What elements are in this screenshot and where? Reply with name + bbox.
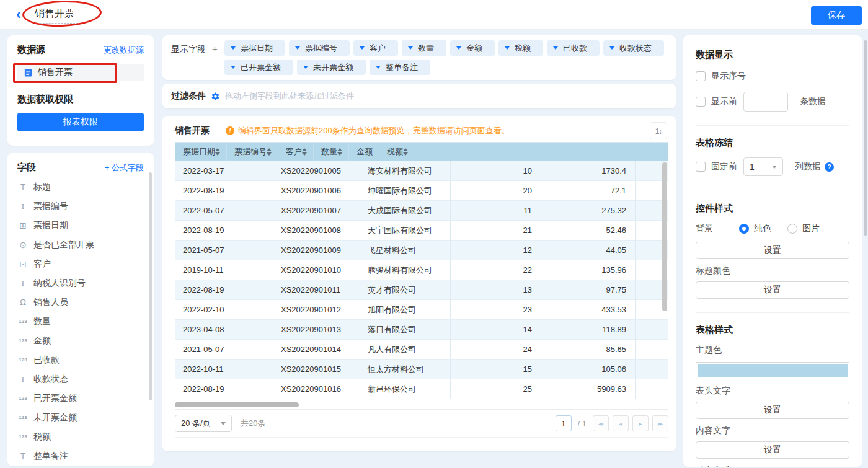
field-item[interactable]: 票据日期 (17, 216, 144, 235)
image-radio[interactable] (787, 224, 797, 234)
column-header[interactable]: 票据编号 (227, 143, 278, 161)
table-row[interactable]: 2021-05-07 XS20220901009 飞星材料公司 12 44.05 (175, 240, 668, 260)
table-row[interactable]: 2022-02-10 XS20220901012 旭阳有限公司 23 433.5… (175, 299, 668, 319)
cell-date: 2022-02-10 (175, 300, 273, 319)
field-item[interactable]: 销售人员 (17, 293, 144, 312)
add-formula-field-link[interactable]: + 公式字段 (105, 162, 144, 174)
field-item[interactable]: 收款状态 (17, 369, 144, 389)
filter-bar[interactable]: 过滤条件 拖动左侧字段到此处来添加过滤条件 (162, 84, 676, 108)
cell-invoice-no: XS20220901011 (273, 280, 360, 299)
previous-page-button[interactable] (613, 415, 629, 431)
field-item[interactable]: 整单备注 (17, 446, 144, 466)
cell-invoice-no: XS20220901005 (273, 161, 360, 180)
display-field-chip[interactable]: 数量 (402, 40, 446, 56)
sort-carets-icon[interactable] (302, 148, 307, 156)
field-item[interactable]: 税额 (17, 427, 144, 446)
row-order-button[interactable] (650, 122, 667, 139)
gear-icon[interactable] (211, 92, 220, 101)
current-page-input[interactable]: 1 (556, 415, 572, 431)
column-header[interactable]: 票据日期 (175, 143, 227, 161)
theme-color-swatch[interactable] (696, 362, 849, 379)
field-item[interactable]: 标题 (17, 177, 144, 196)
chevron-down-icon (295, 46, 300, 50)
content-text-set-button[interactable]: 设置 (696, 441, 849, 459)
datasource-item[interactable]: 销售开票 (17, 64, 144, 81)
display-field-chip[interactable]: 金额 (450, 40, 495, 56)
field-item[interactable]: 客户 (17, 254, 144, 273)
table-row[interactable]: 2022-08-19 XS20220901008 天宇国际有限公司 21 52.… (175, 220, 668, 240)
display-field-chip[interactable]: 整单备注 (370, 60, 430, 75)
first-page-button[interactable] (593, 415, 609, 431)
fix-columns-count-select[interactable]: 1 (743, 157, 783, 176)
sort-carets-icon[interactable] (267, 148, 272, 156)
save-button[interactable]: 保存 (811, 6, 862, 25)
field-item[interactable]: 纳税人识别号 (17, 273, 144, 293)
table-row[interactable]: 2022-03-17 XS20220901005 海安材料有限公司 10 173… (175, 161, 668, 180)
cell-invoice-no: XS20220901007 (273, 201, 360, 220)
table-row[interactable]: 2019-10-11 XS20220901010 腾骏材料有限公司 22 135… (175, 260, 668, 280)
table-vertical-scrollbar[interactable] (662, 162, 667, 311)
title-color-set-button[interactable]: 设置 (696, 281, 849, 299)
chevron-down-icon (772, 166, 777, 169)
field-item[interactable]: 金额 (17, 331, 144, 350)
chip-label: 客户 (370, 43, 386, 54)
sort-carets-icon[interactable] (215, 148, 220, 156)
show-index-checkbox[interactable] (696, 71, 706, 81)
table-row[interactable]: 2023-04-08 XS20220901013 落日有限公司 14 118.8… (175, 319, 668, 339)
page-title[interactable]: 销售开票 (33, 7, 78, 24)
display-field-chip[interactable]: 收款状态 (603, 40, 664, 56)
table-row[interactable]: 2022-05-07 XS20220901007 大成国际有限公司 11 275… (175, 200, 668, 220)
change-datasource-link[interactable]: 更改数据源 (104, 45, 144, 56)
preview-notice: ! 编辑界面只取数据源前200条作为查询数据预览，完整数据请访问页面查看。 (226, 125, 510, 136)
cell-date: 2022-08-19 (175, 181, 273, 200)
last-page-button[interactable] (652, 415, 668, 431)
field-item[interactable]: 票据编号 (17, 196, 144, 216)
display-field-chip[interactable]: 税额 (498, 40, 543, 56)
solid-color-radio[interactable] (739, 224, 749, 234)
add-display-field-button[interactable]: + (212, 43, 218, 54)
table-row[interactable]: 2022-10-11 XS20220901015 恒太方材料公司 15 105.… (175, 359, 668, 379)
field-item[interactable]: 已开票金额 (17, 389, 144, 408)
column-header[interactable]: 数量 (314, 143, 349, 161)
field-item[interactable]: 已收款 (17, 350, 144, 369)
table-row[interactable]: 2022-08-19 XS20220901016 新昌环保公司 25 5909.… (175, 379, 668, 399)
sort-carets-icon[interactable] (403, 148, 408, 156)
field-item[interactable]: 未开票金额 (17, 408, 144, 427)
show-first-checkbox[interactable] (696, 97, 706, 107)
back-icon[interactable]: ‹ (16, 5, 21, 24)
field-item[interactable]: 是否已全部开票 (17, 235, 144, 254)
background-set-button[interactable]: 设置 (696, 242, 849, 259)
display-fields-label: 显示字段 (171, 44, 206, 54)
next-page-button[interactable] (632, 415, 649, 431)
page-size-select[interactable]: 20 条/页 (175, 415, 232, 432)
field-type-icon (17, 201, 29, 211)
cell-tax (636, 320, 668, 339)
display-field-chip[interactable]: 未开票金额 (297, 60, 366, 75)
field-type-icon (17, 319, 29, 324)
header-text-set-button[interactable]: 设置 (696, 402, 849, 419)
table-horizontal-scrollbar[interactable] (175, 402, 299, 407)
display-field-chip[interactable]: 已收款 (547, 40, 600, 56)
panel-scrollbar[interactable] (864, 40, 867, 236)
display-field-chip[interactable]: 票据日期 (224, 40, 285, 56)
fields-scrollbar[interactable] (149, 172, 152, 400)
column-header[interactable]: 税额 (379, 143, 414, 161)
table-row[interactable]: 2022-08-19 XS20220901011 英才有限公司 13 97.75 (175, 280, 668, 299)
fix-columns-checkbox[interactable] (696, 162, 706, 172)
column-header[interactable]: 金额 (349, 143, 379, 161)
document-icon (24, 68, 33, 77)
cell-quantity: 12 (451, 241, 541, 260)
sort-carets-icon[interactable] (337, 148, 342, 156)
field-item[interactable]: 数量 (17, 312, 144, 331)
table-row[interactable]: 2022-08-19 XS20220901006 坤曜国际有限公司 20 72.… (175, 180, 668, 200)
help-icon[interactable]: ? (825, 162, 834, 172)
display-field-chip[interactable]: 客户 (353, 40, 398, 56)
column-header[interactable]: 客户 (278, 143, 314, 161)
cell-quantity: 20 (451, 181, 541, 200)
display-field-chip[interactable]: 票据编号 (289, 40, 350, 56)
page-size-value: 20 条/页 (181, 418, 211, 429)
table-row[interactable]: 2021-05-07 XS20220901014 凡人有限公司 24 85.65 (175, 339, 668, 359)
display-field-chip[interactable]: 已开票金额 (224, 60, 293, 75)
show-first-count-input[interactable] (743, 92, 788, 112)
report-permission-button[interactable]: 报表权限 (17, 113, 144, 131)
